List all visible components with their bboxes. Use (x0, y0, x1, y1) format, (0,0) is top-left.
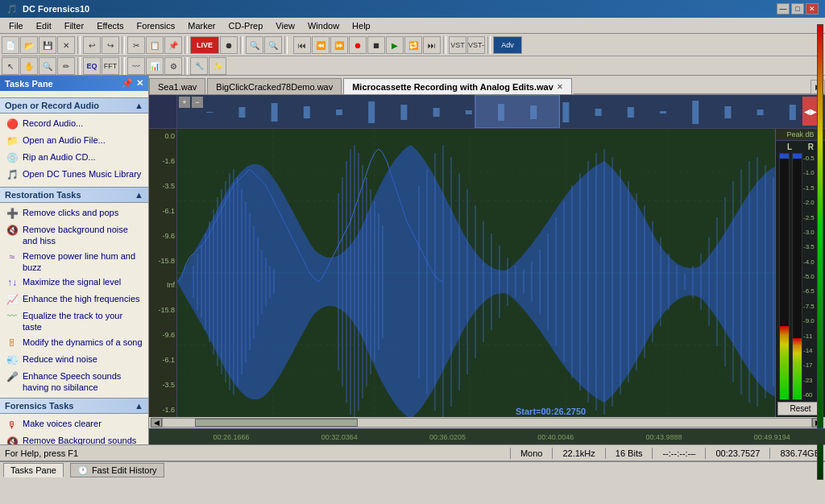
record-audio-text: Record Audio... (23, 118, 83, 129)
tb-paste[interactable]: 📌 (164, 36, 182, 54)
menu-window[interactable]: Window (302, 19, 345, 33)
menu-file[interactable]: File (3, 19, 29, 33)
tb2-restore[interactable]: 🔧 (190, 57, 208, 75)
make-voices-item[interactable]: 🎙 Make voices clearer (3, 416, 145, 433)
zoom-in-btn[interactable]: + (179, 97, 190, 108)
tb2-eq[interactable]: EQ (83, 57, 101, 75)
menu-edit[interactable]: Edit (31, 19, 57, 33)
tab-microcassette[interactable]: Microcassette Recording with Analog Edit… (343, 78, 572, 94)
tunes-library-item[interactable]: 🎵 Open DC Tunes Music Library (3, 167, 145, 184)
tb2-select[interactable]: ↖ (2, 57, 19, 75)
reduce-wind-item[interactable]: 💨 Reduce wind noise (3, 352, 145, 369)
open-file-item[interactable]: 📁 Open an Audio File... (3, 133, 145, 150)
rip-cd-item[interactable]: 💿 Rip an Audio CD... (3, 150, 145, 167)
tb-open[interactable]: 📂 (20, 36, 38, 54)
peak-title: Peak dB (786, 130, 814, 138)
l-label: L (787, 143, 792, 151)
tb-ff[interactable]: ⏩ (330, 36, 348, 54)
rip-cd-icon: 💿 (6, 152, 19, 165)
tb-prev[interactable]: ⏪ (312, 36, 330, 54)
tb2-hand[interactable]: ✋ (20, 57, 38, 75)
tb-record[interactable]: ⏺ (220, 36, 238, 54)
menu-view[interactable]: View (270, 19, 301, 33)
tb-play[interactable]: ▶ (386, 36, 404, 54)
tasks-pane-tab[interactable]: Tasks Pane (3, 463, 64, 477)
scrollbar-track[interactable] (162, 418, 812, 428)
record-audio-item[interactable]: 🔴 Record Audio... (3, 116, 145, 133)
main-waveform-row: 0.0 -1.6 -3.5 -6.1 -9.6 -15.8 Inf -15.8 … (149, 129, 825, 417)
tb2-spec[interactable]: 📊 (146, 57, 164, 75)
tb2-pencil[interactable]: ✏ (57, 57, 75, 75)
modify-dynamics-item[interactable]: 🎚 Modify the dynamics of a song (3, 335, 145, 352)
remove-clicks-item[interactable]: ➕ Remove clicks and pops (3, 205, 145, 222)
sep8 (77, 57, 81, 75)
tb-stop[interactable]: ⏹ (367, 36, 385, 54)
enhance-high-item[interactable]: 📈 Enhance the high frequencies (3, 291, 145, 308)
remove-bg-item[interactable]: 🔇 Remove Background sounds (3, 433, 145, 444)
close-button[interactable]: ✕ (806, 3, 819, 14)
tb-close[interactable]: ✕ (57, 36, 75, 54)
maximize-icon: ↑↓ (6, 277, 19, 290)
tb-rewind[interactable]: ⏮ (293, 36, 311, 54)
minimize-button[interactable]: — (777, 3, 790, 14)
restoration-section: Restoration Tasks ▲ (0, 187, 148, 203)
tb-zoom-out[interactable]: 🔍 (264, 36, 282, 54)
tb2-wave[interactable]: 〰 (127, 57, 145, 75)
menu-filter[interactable]: Filter (59, 19, 89, 33)
maximize-button[interactable]: □ (791, 3, 804, 14)
menu-effects[interactable]: Effects (91, 19, 129, 33)
title-bar-controls: — □ ✕ (777, 3, 819, 14)
tab-sea1[interactable]: Sea1.wav (149, 78, 205, 94)
tb-record2[interactable]: ⏺ (349, 36, 367, 54)
tb-cut[interactable]: ✂ (127, 36, 145, 54)
tb-live[interactable]: LIVE (190, 36, 219, 54)
tb-undo[interactable]: ↩ (83, 36, 101, 54)
zoom-out-btn[interactable]: − (192, 97, 203, 108)
db-n61: -6.1 (151, 207, 175, 215)
tab-bigclick[interactable]: BigClickCracked78Demo.wav (207, 78, 342, 94)
fast-edit-tab[interactable]: 🕐 Fast Edit History (70, 463, 164, 477)
tunes-text: Open DC Tunes Music Library (23, 168, 141, 180)
forensics-collapse[interactable]: ▲ (135, 401, 143, 411)
tb2-enhance[interactable]: ✨ (209, 57, 226, 75)
tb2-settings[interactable]: ⚙ (164, 57, 182, 75)
remove-noise-item[interactable]: 🔇 Remove background noise and hiss (3, 222, 145, 249)
tab-micro-close[interactable]: ✕ (557, 83, 563, 91)
tb2-zoom[interactable]: 🔍 (39, 57, 56, 75)
db-scale: 0.0 -1.6 -3.5 -6.1 -9.6 -15.8 Inf -15.8 … (149, 129, 177, 417)
tb-vst1[interactable]: VST (449, 36, 466, 54)
equalize-item[interactable]: 〰 Equalize the track to your taste (3, 308, 145, 335)
tasks-pane-close[interactable]: ✕ (136, 78, 143, 89)
tb-new[interactable]: 📄 (2, 36, 19, 54)
h-scrollbar[interactable]: ◀ ▶ (149, 417, 825, 428)
remove-hum-item[interactable]: ≈ Remove power line hum and buzz (3, 249, 145, 275)
menu-forensics[interactable]: Forensics (131, 19, 181, 33)
restoration-collapse[interactable]: ▲ (135, 190, 143, 200)
enhance-speech-item[interactable]: 🎤 Enhance Speech sounds having no sibila… (3, 369, 145, 395)
nav-arrows[interactable]: ◀▶ (802, 97, 819, 126)
menu-marker[interactable]: Marker (182, 19, 221, 33)
tasks-pane-pin[interactable]: 📌 (122, 78, 133, 89)
menu-cdprep[interactable]: CD-Prep (223, 19, 269, 33)
scrollbar-thumb[interactable] (195, 419, 357, 427)
tb-end[interactable]: ⏭ (423, 36, 441, 54)
tb-vst2[interactable]: VST- (467, 36, 485, 54)
maximize-signal-item[interactable]: ↑↓ Maximize the signal level (3, 275, 145, 291)
tb-redo[interactable]: ↪ (102, 36, 119, 54)
section-collapse[interactable]: ▲ (135, 101, 143, 110)
tb-zoom-in[interactable]: 🔍 (246, 36, 263, 54)
tb-save[interactable]: 💾 (39, 36, 56, 54)
tb2-fft[interactable]: FFT (102, 57, 119, 75)
db-n16b: -1.6 (151, 406, 175, 414)
scroll-left-btn[interactable]: ◀ (151, 418, 162, 428)
menu-help[interactable]: Help (346, 19, 376, 33)
waveform-main[interactable]: 0.0 -1.6 -3.5 -6.1 -9.6 -15.8 Inf -15.8 … (149, 129, 775, 417)
tb-loop[interactable]: 🔁 (404, 36, 422, 54)
tb-copy[interactable]: 📋 (146, 36, 164, 54)
waveform-overview[interactable]: + − (149, 95, 825, 129)
tb-adv[interactable]: Adv (493, 36, 522, 54)
open-file-text: Open an Audio File... (23, 134, 106, 146)
meter-r-fill (793, 338, 802, 399)
time-1: 00:26.1666 (214, 433, 250, 441)
db-n16: -1.6 (151, 157, 175, 165)
